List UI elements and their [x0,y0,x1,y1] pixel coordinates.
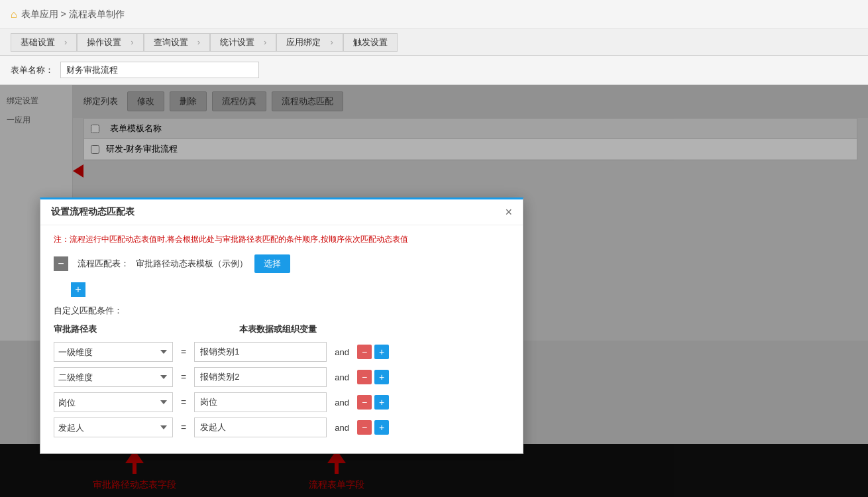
col-approval-header: 审批路径表 [54,323,186,335]
form-name-label: 表单名称： [11,64,54,76]
collapse-button[interactable]: − [54,256,68,271]
modal-overlay: 设置流程动态匹配表 × 注：流程运行中匹配动态表值时,将会根据此处与审批路径表匹… [0,85,868,497]
tab-stats-settings[interactable]: 统计设置 [210,33,276,52]
form-name-row: 表单名称： [0,56,868,85]
modal-close-button[interactable]: × [505,206,512,218]
match-table-label: 流程匹配表： [78,258,129,270]
match-table-row: − 流程匹配表： 审批路径动态表模板（示例） 选择 [54,254,510,273]
and-text-2: and [332,372,352,382]
condition-row-4: 发起人 = and − + [54,417,510,437]
minus-button-3[interactable]: − [357,395,372,410]
action-btns-4: − + [357,420,389,435]
approval-select-1[interactable]: 一级维度 [54,342,173,362]
main-content: 绑定设置 一应用 绑定列表 修改 删除 流程仿真 流程动态匹配 表单模板名称 研… [0,85,868,341]
plus-button-1[interactable]: + [374,345,389,359]
value-input-2[interactable] [194,367,327,387]
plus-button-4[interactable]: + [374,420,389,435]
and-text-1: and [332,347,352,357]
modal-body: 注：流程运行中匹配动态表值时,将会根据此处与审批路径表匹配的条件顺序,按顺序依次… [40,225,523,453]
and-text-3: and [332,398,352,408]
tab-basic-settings[interactable]: 基础设置 [11,33,77,52]
value-input-3[interactable] [194,392,327,412]
condition-row-2: 二级维度 = and − + [54,367,510,387]
equals-sign-4: = [181,422,186,433]
condition-rows: 一级维度 = and − + 二级维度 [54,342,510,437]
approval-select-2[interactable]: 二级维度 [54,367,173,387]
tab-operation-settings[interactable]: 操作设置 [77,33,143,52]
home-icon: ⌂ [11,9,17,21]
notice-text: 注：流程运行中匹配动态表值时,将会根据此处与审批路径表匹配的条件顺序,按顺序依次… [54,233,510,245]
minus-button-2[interactable]: − [357,370,372,384]
condition-row-1: 一级维度 = and − + [54,342,510,362]
breadcrumb: 表单应用 > 流程表单制作 [21,9,125,21]
approval-select-4[interactable]: 发起人 [54,417,173,437]
add-condition-button[interactable]: + [71,282,85,297]
top-bar: ⌂ 表单应用 > 流程表单制作 [0,0,868,29]
and-text-4: and [332,423,352,433]
value-input-4[interactable] [194,417,327,437]
plus-button-3[interactable]: + [374,395,389,410]
select-button[interactable]: 选择 [254,254,290,273]
tab-bar: 基础设置 操作设置 查询设置 统计设置 应用绑定 触发设置 [0,29,868,56]
modal-header: 设置流程动态匹配表 × [40,199,523,225]
modal-dialog: 设置流程动态匹配表 × 注：流程运行中匹配动态表值时,将会根据此处与审批路径表匹… [40,197,523,454]
equals-sign-1: = [181,347,186,357]
equals-sign-2: = [181,372,186,382]
custom-condition-label: 自定义匹配条件： [54,305,510,317]
action-btns-2: − + [357,370,389,384]
minus-button-4[interactable]: − [357,420,372,435]
condition-columns-header: 审批路径表 本表数据或组织变量 [54,323,510,335]
form-name-input[interactable] [60,62,259,78]
value-input-1[interactable] [194,342,327,362]
equals-sign-3: = [181,397,186,408]
minus-button-1[interactable]: − [357,345,372,359]
action-btns-3: − + [357,395,389,410]
match-table-value: 审批路径动态表模板（示例） [136,258,248,270]
plus-button-2[interactable]: + [374,370,389,384]
tab-query-settings[interactable]: 查询设置 [144,33,210,52]
condition-row-3: 岗位 = and − + [54,392,510,412]
modal-title: 设置流程动态匹配表 [51,206,135,218]
action-btns-1: − + [357,345,389,359]
approval-select-3[interactable]: 岗位 [54,392,173,412]
tab-trigger-settings[interactable]: 触发设置 [343,33,398,52]
col-table-header: 本表数据或组织变量 [239,323,392,335]
tab-app-binding[interactable]: 应用绑定 [276,33,343,52]
